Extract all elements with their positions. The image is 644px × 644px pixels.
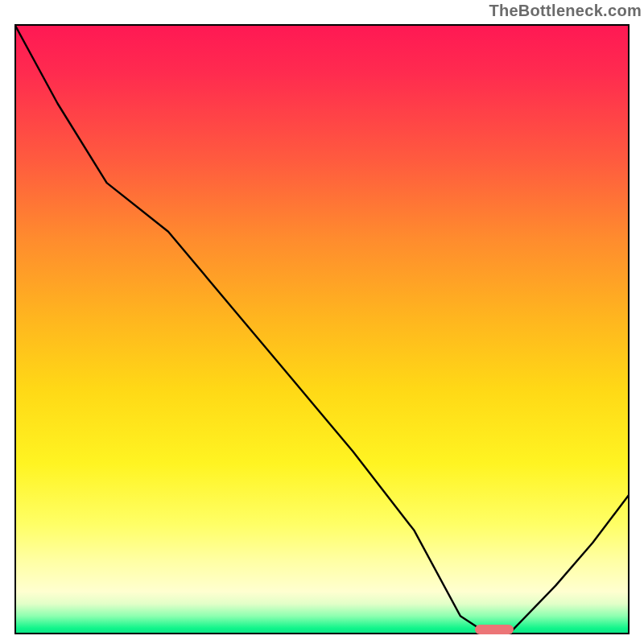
- bottleneck-curve: [14, 24, 630, 634]
- optimal-range-pill: [475, 625, 514, 634]
- watermark-text: TheBottleneck.com: [489, 2, 642, 20]
